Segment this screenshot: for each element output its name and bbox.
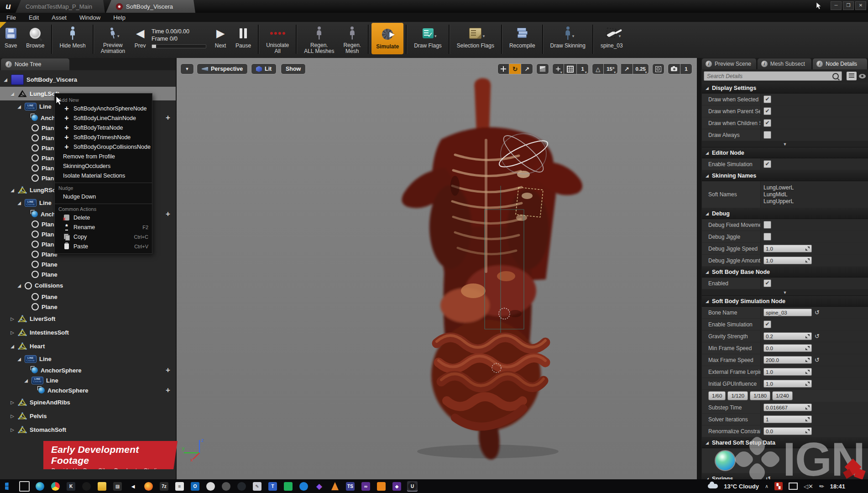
taskbar-app-orange[interactable] xyxy=(376,481,387,492)
taskbar-teams[interactable]: T xyxy=(267,481,278,492)
drag-handle-icon[interactable] xyxy=(805,334,810,338)
input-field[interactable]: 0.2 xyxy=(763,332,812,340)
taskbar-volume-mixer[interactable]: ◀ xyxy=(128,481,138,492)
menu-item-remove-from-profile[interactable]: Remove from Profile xyxy=(55,152,152,161)
tray-chevron-icon[interactable]: ∧ xyxy=(765,483,769,489)
section-header-soft-body-base-node[interactable]: ◢Soft Body Base Node xyxy=(702,267,868,278)
menu-item-softbodylinechainnode[interactable]: +SoftBodyLineChainNode xyxy=(55,113,152,123)
selection-flags-button[interactable]: ▾Selection Flags xyxy=(452,22,499,54)
input-field[interactable]: 1.0 xyxy=(763,380,812,388)
taskbar-visual-studio[interactable]: ◆ xyxy=(392,481,402,492)
input-field[interactable]: 1.0 xyxy=(763,245,812,252)
tree-row-line[interactable]: ◢LINECHAINLine xyxy=(0,375,176,385)
section-header-editor-node[interactable]: ◢Editor Node xyxy=(702,147,868,158)
tree-row-plane[interactable]: Plane xyxy=(0,269,176,279)
menu-item-isolate-material-sections[interactable]: Isolate Material Sections xyxy=(55,171,152,180)
drag-handle-icon[interactable] xyxy=(805,258,810,262)
network-icon[interactable] xyxy=(789,483,798,490)
checkbox-checked[interactable]: ✔ xyxy=(763,160,771,168)
expand-arrow-icon[interactable]: ◢ xyxy=(16,104,22,109)
fps-button-1-60[interactable]: 1/60 xyxy=(708,391,726,400)
section-header-skinning-names[interactable]: ◢Skinning Names xyxy=(702,170,868,181)
taskbar-notepad[interactable]: ≡ xyxy=(174,481,185,492)
expand-arrow-icon[interactable]: ◢ xyxy=(23,378,29,383)
expand-arrow-icon[interactable]: ◢ xyxy=(10,188,15,193)
scale-snap-value[interactable]: 0.25▼ xyxy=(633,63,649,74)
taskbar-firefox[interactable] xyxy=(143,481,154,492)
maximize-button[interactable]: ❐ xyxy=(843,1,854,10)
expand-arrow-icon[interactable]: ▷ xyxy=(10,330,15,335)
checkbox[interactable] xyxy=(763,131,771,139)
surface-snap[interactable]: ▼ xyxy=(552,63,564,74)
tree-row-liversoft[interactable]: ▷LiverSoft xyxy=(0,312,176,325)
tree-row-anchorsphere[interactable]: AnchorSphere+ xyxy=(0,365,176,375)
search-input[interactable] xyxy=(704,71,842,81)
drag-handle-icon[interactable] xyxy=(805,346,810,350)
taskbar-start[interactable] xyxy=(4,481,14,492)
menu-item-paste[interactable]: PasteCtrl+V xyxy=(55,241,152,251)
checkbox-checked[interactable]: ✔ xyxy=(763,320,771,328)
input-field[interactable]: 200.0 xyxy=(763,356,812,364)
close-button[interactable]: ✕ xyxy=(855,1,866,10)
menu-item-softbodytetranode[interactable]: +SoftBodyTetraNode xyxy=(55,123,152,132)
expand-arrow-icon[interactable]: ▷ xyxy=(10,414,15,419)
move-tool[interactable] xyxy=(497,63,509,74)
input-field[interactable]: 0.0 xyxy=(763,427,812,435)
details-tab-mesh-subsect[interactable]: iMesh Subsect xyxy=(758,58,812,69)
section-header-display-settings[interactable]: ◢Display Settings xyxy=(702,83,868,94)
add-node-button[interactable]: + xyxy=(166,113,170,122)
taskbar-app-light[interactable] xyxy=(205,481,216,492)
taskbar-teamspeak[interactable]: TS xyxy=(345,481,356,492)
reset-icon[interactable]: ↺ xyxy=(815,309,820,315)
playstation-tray-icon[interactable]: ▚ xyxy=(774,482,783,490)
expand-arrow-icon[interactable]: ◢ xyxy=(16,283,22,288)
taskbar-app-blue[interactable] xyxy=(298,481,309,492)
regen-all-meshes-button[interactable]: Regen. ALL Meshes xyxy=(299,22,339,54)
add-node-button[interactable]: + xyxy=(166,366,170,375)
section-header-soft-body-simulation-node[interactable]: ◢Soft Body Simulation Node xyxy=(702,296,868,307)
tree-row-pelvis[interactable]: ▷Pelvis xyxy=(0,409,176,423)
tree-row-collisions[interactable]: ◢Collisions xyxy=(0,279,176,292)
maximize-viewport[interactable] xyxy=(652,63,664,74)
taskbar-diamond[interactable]: ◆ xyxy=(314,481,324,492)
expand-arrow-icon[interactable]: ▷ xyxy=(10,316,15,321)
taskbar-chrome[interactable] xyxy=(50,481,61,492)
taskbar-obs[interactable] xyxy=(236,481,247,492)
details-tab-preview-scene[interactable]: iPreview Scene xyxy=(702,58,757,69)
list-view-button[interactable] xyxy=(847,72,857,80)
recompile-button[interactable]: Recompile xyxy=(505,22,540,54)
section-header-shared-soft-setup-data[interactable]: ◢Shared Soft Setup Data xyxy=(702,437,868,448)
taskbar-krita[interactable]: K xyxy=(66,481,76,492)
checkbox[interactable] xyxy=(763,233,771,241)
tree-row-heart[interactable]: ◢Heart xyxy=(0,339,176,353)
taskbar-vs-community[interactable]: ∞ xyxy=(361,481,371,492)
draw-flags-button[interactable]: ▾Draw Flags xyxy=(409,22,446,54)
coord-system[interactable] xyxy=(536,63,549,74)
unisolate-all-button[interactable]: Unisolate All xyxy=(261,22,293,54)
menu-edit[interactable]: Edit xyxy=(22,14,45,21)
taskbar-photos[interactable]: ▨ xyxy=(112,481,123,492)
menu-item-softbodytrimeshnode[interactable]: +SoftBodyTrimeshNode xyxy=(55,132,152,142)
tree-row-spineandribs[interactable]: ▷SpineAndRibs xyxy=(0,395,176,409)
volume-muted-icon[interactable]: ◁✕ xyxy=(804,483,813,490)
fps-button-1-120[interactable]: 1/120 xyxy=(727,391,748,400)
simulate-button[interactable]: Simulate xyxy=(371,23,403,54)
pen-icon[interactable]: ✎ xyxy=(817,482,826,491)
prev-button[interactable]: ◀Prev xyxy=(130,22,151,54)
checkbox-checked[interactable]: ✔ xyxy=(763,107,771,115)
reset-icon[interactable]: ↺ xyxy=(815,333,820,339)
scale-snap[interactable]: ↗ xyxy=(621,63,633,74)
checkbox-checked[interactable]: ✔ xyxy=(763,279,771,287)
input-field[interactable]: 0.0 xyxy=(763,344,812,352)
browse-button[interactable]: Browse xyxy=(21,22,49,54)
section-expander[interactable]: ▼ xyxy=(702,289,868,296)
taskbar-app-green[interactable] xyxy=(283,481,293,492)
expand-arrow-icon[interactable]: ◢ xyxy=(3,77,8,82)
drag-handle-icon[interactable] xyxy=(805,382,810,386)
menu-item-skinningoccluders[interactable]: SkinningOccluders xyxy=(55,161,152,171)
input-field[interactable]: 1.0 xyxy=(763,368,812,376)
input-field[interactable]: 1.0 xyxy=(763,257,812,264)
taskbar-unreal[interactable]: U xyxy=(407,481,418,492)
rotation-snap[interactable]: △ xyxy=(592,63,604,74)
taskbar-app-ring[interactable] xyxy=(221,481,231,492)
